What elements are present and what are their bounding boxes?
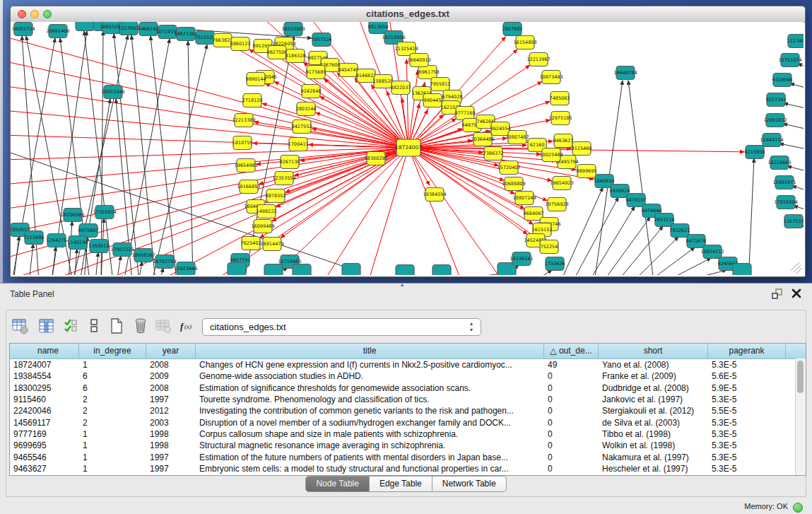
table-cell[interactable]: 9463627 — [10, 464, 79, 474]
table-cell[interactable]: 18300295 — [10, 383, 79, 393]
table-cell[interactable]: 1 — [79, 452, 146, 462]
graph-node[interactable] — [228, 263, 246, 276]
table-cell[interactable]: 0 — [544, 440, 599, 450]
table-cell[interactable]: 5.3E-5 — [708, 395, 786, 404]
table-row[interactable]: 1938455462009Genome-wide association stu… — [10, 370, 806, 382]
graph-node[interactable] — [264, 264, 283, 276]
graph-node[interactable]: 9175685 — [306, 66, 326, 79]
table-vertical-scrollbar[interactable] — [795, 358, 806, 475]
table-cell[interactable]: 5.3E-5 — [708, 452, 786, 462]
table-cell[interactable]: Estimation of significance thresholds fo… — [196, 383, 544, 393]
graph-node[interactable]: 16648784 — [613, 66, 637, 80]
dropdown-stepper-icon[interactable]: ▲▼ — [466, 320, 476, 334]
graph-node[interactable] — [342, 264, 360, 276]
graph-node[interactable]: 1527602 — [119, 22, 139, 35]
table-cell[interactable]: 1998 — [146, 440, 196, 450]
table-cell[interactable]: Tourette syndrome. Phenomenology and cla… — [196, 395, 544, 404]
graph-node[interactable]: 9827508 — [267, 46, 288, 59]
graph-node[interactable]: 12444154 — [760, 134, 783, 147]
graph-node[interactable]: 7485063 — [550, 92, 570, 105]
table-cell[interactable]: 0 — [544, 406, 599, 416]
table-cell[interactable]: Estimation of the future numbers of pati… — [196, 452, 544, 462]
graph-node[interactable]: 16154808 — [513, 36, 536, 49]
resize-grip-icon[interactable] — [791, 262, 799, 271]
table-cell[interactable]: 0 — [544, 452, 599, 462]
table-cell[interactable]: 9465546 — [10, 452, 79, 462]
graph-node[interactable]: 1810755 — [233, 136, 253, 150]
graph-node[interactable]: 1700411 — [288, 138, 309, 151]
graph-node[interactable]: 1145194 — [68, 236, 88, 250]
table-cell[interactable]: 1997 — [146, 452, 196, 462]
graph-node[interactable]: 19166857 — [237, 180, 260, 194]
graph-node[interactable]: 10025488 — [539, 148, 563, 162]
graph-node[interactable]: 20206586 — [61, 209, 84, 222]
graph-node[interactable]: 12353554 — [272, 172, 295, 185]
table-cell[interactable]: 0 — [544, 371, 599, 381]
graph-node[interactable] — [293, 264, 311, 276]
graph-node[interactable]: 8822037 — [391, 81, 411, 95]
table-settings-icon[interactable] — [11, 317, 30, 337]
table-cell[interactable]: 1 — [79, 440, 146, 450]
graph-node[interactable]: 8427552 — [292, 120, 312, 134]
delete-icon[interactable] — [132, 317, 151, 337]
table-cell[interactable]: 2 — [79, 395, 146, 404]
table-row[interactable]: 2242004622012Investigating the contribut… — [10, 405, 806, 416]
graph-node[interactable]: 9115460 — [572, 142, 592, 156]
table-cell[interactable]: 2 — [79, 406, 146, 416]
table-cell[interactable]: 5.6E-5 — [708, 371, 786, 381]
table-cell[interactable]: Tibbo et al. (1998) — [599, 429, 708, 439]
column-header-year[interactable]: year — [146, 344, 196, 358]
graph-node[interactable]: 9890144 — [246, 73, 266, 86]
graph-node[interactable]: 12093832 — [763, 114, 787, 127]
table-cell[interactable]: Jankovic et al. (1997) — [599, 395, 708, 404]
network-graph-canvas[interactable]: 1405572420691406106532871527602646616010… — [11, 22, 804, 275]
table-cell[interactable]: 19384554 — [10, 371, 79, 381]
graph-node[interactable]: 1167533 — [784, 215, 804, 228]
graph-node[interactable]: 9227343 — [766, 93, 787, 107]
table-cell[interactable]: 18724007 — [10, 360, 79, 370]
table-cell[interactable]: Wolkin et al. (1998) — [599, 440, 708, 450]
table-cell[interactable]: 0 — [544, 383, 599, 393]
graph-node[interactable]: 17359924 — [93, 206, 116, 219]
table-cell[interactable]: 6 — [79, 371, 146, 381]
resize-grip-icon[interactable] — [794, 265, 801, 272]
tab-edge-table[interactable]: Edge Table — [370, 476, 433, 492]
table-cell[interactable]: 1998 — [146, 429, 196, 439]
table-cell[interactable]: 2 — [79, 418, 146, 428]
graph-node[interactable]: 9777169 — [455, 107, 476, 120]
splitter-handle-icon[interactable]: ▴ — [401, 281, 404, 288]
tab-node-table[interactable]: Node Table — [305, 476, 370, 492]
graph-node[interactable]: 8860123 — [230, 37, 251, 51]
table-cell[interactable]: 49 — [544, 360, 599, 370]
scrollbar-thumb[interactable] — [797, 361, 804, 393]
graph-node[interactable]: 8186328 — [286, 49, 306, 63]
graph-node[interactable]: 10807487 — [505, 131, 529, 144]
table-cell[interactable]: 6 — [79, 383, 146, 393]
table-cell[interactable]: 5.3E-5 — [708, 360, 786, 370]
graph-node[interactable]: 1117494 — [787, 35, 804, 48]
column-select-icon[interactable] — [63, 317, 82, 337]
table-cell[interactable]: Changes of HCN gene expression and I(f) … — [196, 360, 544, 370]
graph-node[interactable]: 19756928 — [545, 198, 568, 211]
graph-node[interactable]: 7955812 — [430, 78, 451, 91]
table-cell[interactable]: 5.9E-5 — [708, 383, 786, 393]
table-cell[interactable]: 5.3E-5 — [708, 429, 786, 439]
row-height-icon[interactable] — [86, 317, 105, 337]
graph-node[interactable]: 10973493 — [539, 71, 563, 84]
table-cell[interactable]: 0 — [544, 429, 599, 439]
table-cell[interactable]: 2012 — [146, 406, 196, 416]
table-cell[interactable]: Structural magnetic resonance image aver… — [196, 440, 544, 450]
graph-node[interactable]: 16640910 — [407, 54, 430, 67]
table-cell[interactable]: 0 — [544, 464, 599, 474]
new-file-icon[interactable] — [108, 317, 127, 337]
graph-node[interactable]: 16033809 — [281, 23, 305, 36]
graph-node[interactable]: 10688809 — [502, 177, 525, 191]
graph-node[interactable]: 1350513 — [89, 240, 110, 253]
table-cell[interactable]: 2008 — [146, 360, 196, 370]
table-cell[interactable]: 1 — [79, 429, 146, 439]
graph-node[interactable]: 2718120 — [242, 94, 263, 107]
table-cell[interactable]: 1 — [79, 360, 146, 370]
graph-node[interactable]: 9899695 — [577, 165, 597, 178]
table-cell[interactable]: 1997 — [146, 395, 196, 404]
table-cell[interactable]: Franke et al. (2009) — [599, 371, 708, 381]
